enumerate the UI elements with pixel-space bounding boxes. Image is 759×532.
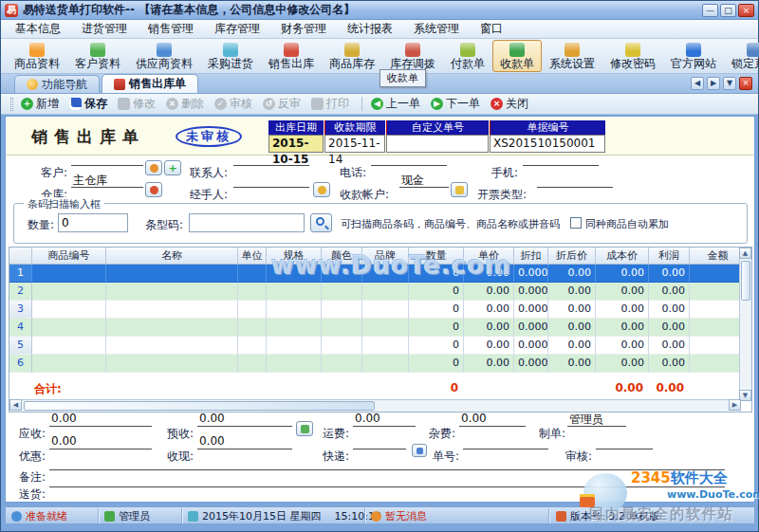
cash-field[interactable]: 0.00 xyxy=(197,434,292,449)
customer-add-button[interactable]: + xyxy=(164,160,181,175)
account-pick-button[interactable] xyxy=(451,182,468,197)
grid-header-row: 商品编号名称单位规格颜色品牌数量单价折扣折后价成本价利润金额 xyxy=(9,248,751,265)
discount-field[interactable]: 0.00 xyxy=(49,434,152,449)
prev-button[interactable]: ◀上一单 xyxy=(371,96,420,112)
horizontal-scrollbar[interactable]: ◀ ▶ xyxy=(9,399,741,412)
grid-cell: 0.00 xyxy=(596,283,649,301)
misc-fee-field[interactable]: 0.00 xyxy=(459,412,526,427)
prepaid-pick-button[interactable] xyxy=(296,421,313,436)
tracking-field[interactable] xyxy=(463,434,548,449)
table-row[interactable]: 600.000.0000.000.000.00 xyxy=(9,355,751,373)
contact-field[interactable] xyxy=(233,151,309,166)
scroll-right-arrow[interactable]: ▶ xyxy=(729,399,741,411)
toolbar-settings-button[interactable]: 系统设置 xyxy=(542,40,602,72)
grid-header-cell[interactable]: 数量 xyxy=(409,248,464,265)
vscroll-thumb[interactable] xyxy=(741,261,750,301)
menu-item[interactable]: 库存管理 xyxy=(204,19,270,39)
barcode-input[interactable] xyxy=(189,213,305,232)
grid-header-cell[interactable]: 利润 xyxy=(649,248,690,265)
formbar-item-label: 反审 xyxy=(278,96,301,112)
tab-scroll-right-button[interactable]: ▶ xyxy=(707,77,720,90)
toolbar-purchase-button[interactable]: 采购进货 xyxy=(200,40,261,72)
menu-item[interactable]: 进货管理 xyxy=(71,19,138,39)
table-row[interactable]: 300.000.0000.000.000.00 xyxy=(9,301,751,319)
tab-function-nav[interactable]: 功能导航 xyxy=(14,75,100,93)
invoice-type-field[interactable] xyxy=(537,173,613,188)
toolbar-receipt-button[interactable]: 收款单 xyxy=(492,40,542,72)
table-row[interactable]: 100.000.0000.000.000.00 xyxy=(9,265,751,283)
mobile-field[interactable] xyxy=(523,151,599,166)
grid-header-cell[interactable]: 商品编号 xyxy=(32,248,106,265)
warehouse-field[interactable]: 主仓库 xyxy=(71,173,143,188)
maker-field: 管理员 xyxy=(567,412,626,427)
payment-icon xyxy=(460,43,475,57)
receivable-field[interactable]: 0.00 xyxy=(49,412,152,427)
table-row[interactable]: 500.000.0000.000.000.00 xyxy=(9,337,751,355)
toolbar-transfer-button[interactable]: 库存调拨 xyxy=(382,40,443,72)
save-button[interactable]: 保存 xyxy=(69,96,107,112)
table-row[interactable]: 400.000.0000.000.000.00 xyxy=(9,319,751,337)
toolbar-supplier-button[interactable]: 供应商资料 xyxy=(128,40,200,72)
delivery-field[interactable] xyxy=(49,472,725,487)
toolbar-customer-button[interactable]: 客户资料 xyxy=(67,40,128,72)
prepaid-field[interactable]: 0.00 xyxy=(197,412,292,427)
menu-item[interactable]: 销售管理 xyxy=(138,19,204,39)
grid-header-cell[interactable]: 单位 xyxy=(238,248,267,265)
minimize-button[interactable]: — xyxy=(702,4,718,17)
account-field[interactable]: 现金 xyxy=(399,173,449,188)
toolbar-sales-out-button[interactable]: 销售出库 xyxy=(261,40,322,72)
tab-close-button[interactable]: × xyxy=(739,77,752,90)
vertical-scrollbar[interactable]: ▲ ▼ xyxy=(739,248,751,401)
handler-pick-button[interactable] xyxy=(313,182,330,197)
qty-input[interactable] xyxy=(58,213,128,232)
tab-sales-outbound[interactable]: 销售出库单 xyxy=(102,74,198,93)
grid-cell xyxy=(267,301,322,319)
scroll-up-arrow[interactable]: ▲ xyxy=(739,248,751,259)
tab-list-button[interactable]: ▼ xyxy=(723,77,736,90)
grid-header-cell[interactable]: 品牌 xyxy=(362,248,409,265)
menu-item[interactable]: 统计报表 xyxy=(337,19,403,39)
table-row[interactable]: 200.000.0000.000.000.00 xyxy=(9,283,751,301)
freight-field[interactable]: 0.00 xyxy=(353,412,416,427)
document-panel: 销售出库单 未审核 出库日期 2015-10-15 收款期限 2015-11-1… xyxy=(5,116,755,503)
toolbar-product-button[interactable]: 商品资料 xyxy=(7,40,67,72)
hscroll-thumb[interactable] xyxy=(24,401,375,411)
handler-field[interactable] xyxy=(233,173,309,188)
phone-field[interactable] xyxy=(371,151,447,166)
menu-item[interactable]: 财务管理 xyxy=(270,19,337,39)
maximize-button[interactable]: □ xyxy=(720,4,736,17)
document-header: 销售出库单 未审核 出库日期 2015-10-15 收款期限 2015-11-1… xyxy=(7,118,753,156)
remark-field[interactable] xyxy=(49,455,725,470)
menu-item[interactable]: 基本信息 xyxy=(5,19,71,39)
grid-header-cell[interactable] xyxy=(9,248,32,265)
grid-header-cell[interactable]: 规格 xyxy=(267,248,322,265)
grid-header-cell[interactable]: 折后价 xyxy=(548,248,596,265)
grid-header-cell[interactable]: 成本价 xyxy=(596,248,649,265)
grid-header-cell[interactable]: 折扣 xyxy=(514,248,548,265)
auto-add-checkbox[interactable] xyxy=(570,217,582,229)
toolbar-stock-button[interactable]: 商品库存 xyxy=(322,40,382,72)
toolbar-payment-button[interactable]: 付款单 xyxy=(443,40,492,72)
warehouse-pick-button[interactable] xyxy=(145,182,162,197)
menu-item[interactable]: 窗口 xyxy=(470,19,513,39)
toolbar-website-button[interactable]: 官方网站 xyxy=(663,40,724,72)
toolbar-lock-button[interactable]: 锁定系统 xyxy=(724,40,759,72)
express-field[interactable] xyxy=(353,434,406,449)
tab-scroll-left-button[interactable]: ◀ xyxy=(691,77,704,90)
barcode-search-button[interactable] xyxy=(310,213,332,232)
customer-pick-button[interactable] xyxy=(145,160,162,175)
grid-header-cell[interactable]: 颜色 xyxy=(322,248,362,265)
add-button[interactable]: +新增 xyxy=(21,96,59,112)
menu-item[interactable]: 系统管理 xyxy=(403,19,470,39)
grid-header-cell[interactable]: 金额 xyxy=(690,248,747,265)
customer-field[interactable] xyxy=(71,151,143,166)
grid-cell: 0.00 xyxy=(548,355,596,373)
grid-header-cell[interactable]: 单价 xyxy=(464,248,514,265)
next-button[interactable]: ▶下一单 xyxy=(431,96,480,112)
toolbar-password-button[interactable]: 修改密码 xyxy=(602,40,663,72)
grid-header-cell[interactable]: 名称 xyxy=(106,248,238,265)
grid-cell: 0.000 xyxy=(514,265,548,283)
close-button[interactable]: ×关闭 xyxy=(491,96,528,112)
scroll-left-arrow[interactable]: ◀ xyxy=(9,399,22,411)
close-button[interactable]: × xyxy=(738,4,754,17)
